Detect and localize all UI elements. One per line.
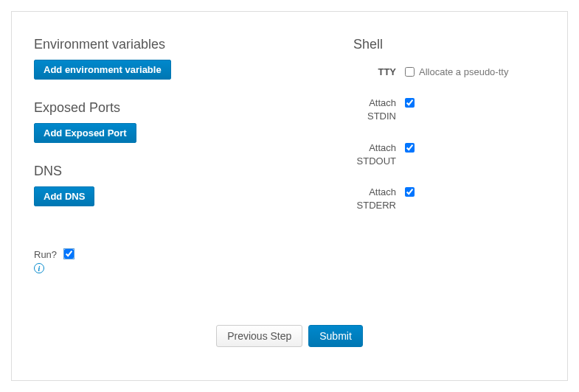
stdin-checkbox[interactable] bbox=[405, 98, 415, 108]
form-panel: Environment variables Add environment va… bbox=[11, 11, 568, 381]
ports-heading: Exposed Ports bbox=[34, 100, 324, 116]
tty-checkbox[interactable] bbox=[405, 67, 415, 77]
right-column: Shell TTY Allocate a pseudo-tty Attach S… bbox=[353, 34, 545, 273]
run-checkbox[interactable] bbox=[64, 249, 74, 259]
stdout-label: Attach STDOUT bbox=[353, 141, 405, 168]
footer-actions: Previous Step Submit bbox=[34, 325, 545, 347]
left-column: Environment variables Add environment va… bbox=[34, 34, 324, 273]
previous-step-button[interactable]: Previous Step bbox=[216, 325, 302, 347]
info-icon[interactable]: i bbox=[34, 263, 44, 273]
stdout-checkbox[interactable] bbox=[405, 143, 415, 153]
env-heading: Environment variables bbox=[34, 37, 324, 52]
shell-heading: Shell bbox=[353, 37, 545, 52]
tty-label: TTY bbox=[353, 66, 405, 79]
tty-desc: Allocate a pseudo-tty bbox=[419, 66, 508, 79]
stdin-label: Attach STDIN bbox=[353, 97, 405, 123]
add-env-var-button[interactable]: Add environment variable bbox=[34, 60, 171, 80]
stderr-checkbox[interactable] bbox=[405, 187, 415, 197]
run-label: Run? bbox=[34, 249, 57, 260]
dns-heading: DNS bbox=[34, 164, 324, 179]
add-dns-button[interactable]: Add DNS bbox=[34, 186, 94, 206]
stderr-label: Attach STDERR bbox=[353, 186, 405, 212]
submit-button[interactable]: Submit bbox=[308, 325, 363, 347]
add-exposed-port-button[interactable]: Add Exposed Port bbox=[34, 123, 136, 143]
